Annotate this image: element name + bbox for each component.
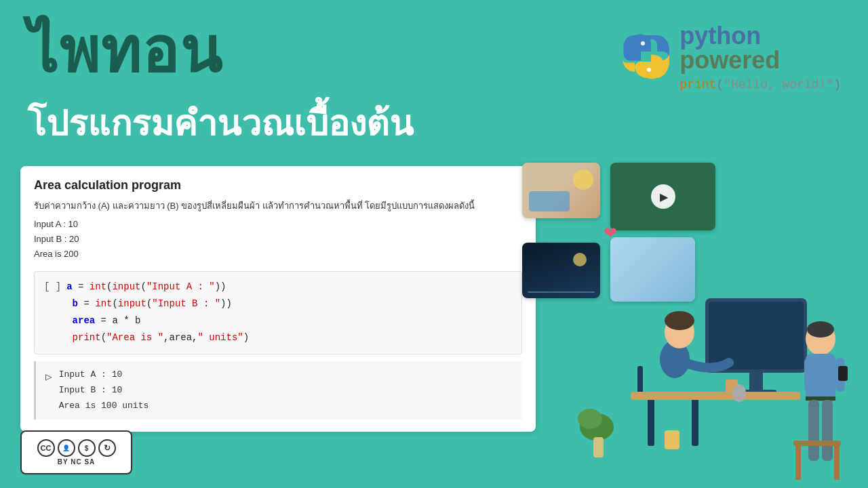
svg-point-17 bbox=[665, 311, 694, 330]
example-line3: Area is 200 bbox=[34, 247, 522, 262]
svg-rect-30 bbox=[822, 400, 833, 461]
subtitle: โปรแกรมคำนวณเบื้องต้น bbox=[27, 95, 414, 151]
svg-rect-8 bbox=[709, 302, 804, 369]
output-arrow-icon: ▷ bbox=[45, 368, 52, 388]
svg-point-36 bbox=[732, 384, 746, 402]
svg-rect-12 bbox=[648, 399, 654, 446]
cc-nc-icon: $ bbox=[78, 439, 96, 457]
output-lines: Input A : 10 Input B : 10 Area is 100 un… bbox=[59, 367, 149, 414]
output-line3: Area is 100 units bbox=[59, 398, 149, 413]
svg-point-24 bbox=[807, 321, 834, 338]
str-input-b: "Input B : " bbox=[152, 296, 220, 312]
code-line-1: [ ] a = int ( input ( "Input A : " )) bbox=[44, 279, 512, 296]
print-kw: print bbox=[73, 329, 101, 346]
input-kw-1: input bbox=[112, 279, 140, 296]
powered-label: powered bbox=[679, 48, 841, 73]
cc-icons: CC 👤 $ ↻ bbox=[37, 439, 116, 457]
output-line1: Input A : 10 bbox=[59, 367, 149, 382]
cc-labels: BY NC SA bbox=[58, 458, 96, 466]
play-icon: ▶ bbox=[660, 190, 668, 203]
cc-main-icon: CC bbox=[37, 439, 55, 457]
illustration-area: ▶ ❤ bbox=[522, 163, 868, 488]
desk-illustration bbox=[529, 230, 868, 488]
print-keyword: print bbox=[679, 78, 716, 92]
output-line2: Input B : 10 bbox=[59, 382, 149, 398]
python-logo-area: python powered print("Hello, world!") bbox=[620, 14, 841, 92]
svg-rect-35 bbox=[665, 430, 679, 449]
thumbnail-2[interactable]: ▶ bbox=[610, 163, 715, 230]
card-title: Area calculation program bbox=[34, 178, 522, 192]
cc-sa-icon: ↻ bbox=[98, 439, 116, 457]
var-b: b bbox=[73, 296, 78, 312]
python-snake-icon bbox=[620, 31, 671, 85]
cc-license-badge: CC 👤 $ ↻ BY NC SA bbox=[20, 430, 132, 474]
line-indent bbox=[44, 296, 67, 312]
code-line-2: b = int ( input ( "Input B : " )) bbox=[44, 296, 512, 312]
output-block: ▷ Input A : 10 Input B : 10 Area is 100 … bbox=[34, 361, 522, 420]
svg-rect-34 bbox=[834, 446, 840, 480]
svg-rect-13 bbox=[692, 399, 698, 446]
svg-rect-29 bbox=[808, 400, 819, 461]
str-units: " units" bbox=[197, 329, 243, 346]
line-indent2 bbox=[44, 312, 67, 329]
thumbnail-1 bbox=[522, 163, 600, 218]
svg-point-4 bbox=[641, 41, 645, 45]
var-area: area bbox=[73, 312, 96, 329]
python-label: python bbox=[679, 24, 841, 48]
str-area-is: "Area is " bbox=[106, 329, 163, 346]
play-button[interactable]: ▶ bbox=[651, 184, 675, 209]
code-block: [ ] a = int ( input ( "Input A : " )) b … bbox=[34, 271, 522, 354]
svg-point-5 bbox=[647, 68, 651, 72]
svg-rect-33 bbox=[795, 446, 801, 480]
hello-world-code: print("Hello, world!") bbox=[679, 78, 841, 92]
example-line1: Input A : 10 bbox=[34, 217, 522, 232]
int-kw-1: int bbox=[90, 279, 106, 296]
cc-by-icon: 👤 bbox=[58, 439, 75, 457]
svg-rect-19 bbox=[631, 392, 800, 400]
svg-rect-32 bbox=[793, 441, 841, 446]
line-bracket: [ ] bbox=[44, 279, 61, 296]
var-a: a bbox=[66, 279, 72, 296]
svg-rect-27 bbox=[804, 358, 814, 392]
card-description: รับค่าความกว้าง (A) และความยาว (B) ของรู… bbox=[34, 199, 522, 213]
input-kw-2: input bbox=[118, 296, 146, 312]
str-input-a: "Input A : " bbox=[146, 279, 215, 296]
svg-rect-28 bbox=[806, 396, 835, 401]
code-card: Area calculation program รับค่าความกว้าง… bbox=[20, 166, 536, 432]
svg-rect-22 bbox=[593, 437, 604, 458]
example-line2: Input B : 20 bbox=[34, 232, 522, 247]
hello-world-string: ("Hello, world!") bbox=[716, 78, 841, 92]
thumb1-sun bbox=[573, 169, 593, 190]
code-line-3: area = a * b bbox=[44, 312, 512, 329]
thumb1-water bbox=[529, 191, 570, 211]
svg-point-21 bbox=[578, 409, 602, 429]
line-indent3 bbox=[44, 329, 67, 346]
svg-rect-31 bbox=[838, 366, 848, 381]
main-title: ไพทอน bbox=[27, 14, 223, 81]
code-line-4: print ( "Area is " ,area, " units" ) bbox=[44, 329, 512, 346]
svg-rect-6 bbox=[641, 52, 651, 62]
card-example: Input A : 10 Input B : 20 Area is 200 bbox=[34, 217, 522, 262]
python-text: python powered print("Hello, world!") bbox=[679, 24, 841, 92]
int-kw-2: int bbox=[95, 296, 112, 312]
